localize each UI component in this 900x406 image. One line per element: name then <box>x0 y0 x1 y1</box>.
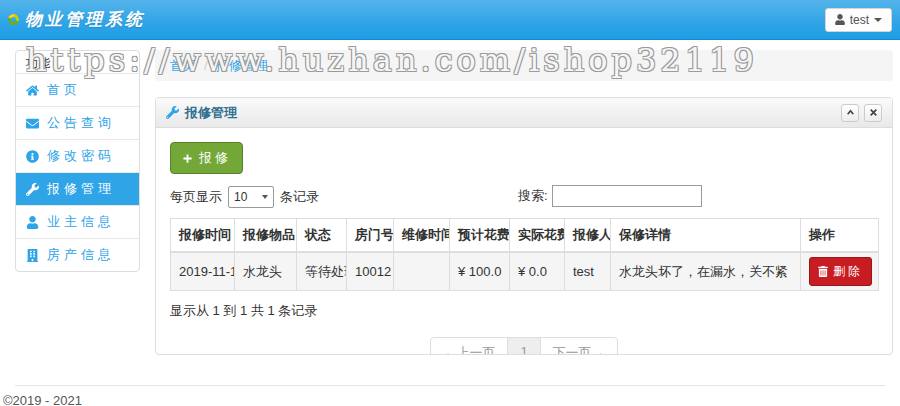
breadcrumb: 首页 / 报修管理 <box>155 50 893 81</box>
close-icon <box>869 108 878 117</box>
home-icon <box>26 84 39 97</box>
footer-divider <box>15 385 885 386</box>
select-caret-icon <box>262 195 268 199</box>
per-page-selected-value: 10 <box>234 190 247 204</box>
per-page-prefix-label: 每页显示 <box>170 188 222 206</box>
cell-estimated-cost: ¥ 100.0 <box>450 252 510 291</box>
user-icon <box>26 216 39 229</box>
sidebar-item-change-password[interactable]: 修改密码 <box>16 139 139 172</box>
collapse-button[interactable] <box>841 104 859 122</box>
per-page-select[interactable]: 10 <box>228 186 274 208</box>
breadcrumb-home-link[interactable]: 首页 <box>170 57 196 75</box>
sidebar-item-owners[interactable]: 业主信息 <box>16 205 139 238</box>
search-label: 搜索: <box>518 187 548 205</box>
records-summary: 显示从 1 到 1 共 1 条记录 <box>170 302 878 320</box>
table-header-row: 报修时间 报修物品 状态 房门号 维修时间 预计花费 实际花费 报修人 保修详情… <box>171 219 879 253</box>
user-name-label: test <box>850 13 869 27</box>
chevron-up-icon <box>846 108 855 117</box>
list-controls: 每页显示 10 条记录 搜索: <box>170 185 878 209</box>
pagination-wrap: ←上一页 1 下一页→ <box>170 337 878 355</box>
cell-actions: 删除 <box>801 252 879 291</box>
repairs-table: 报修时间 报修物品 状态 房门号 维修时间 预计花费 实际花费 报修人 保修详情… <box>170 218 879 291</box>
delete-button[interactable]: 删除 <box>809 257 872 286</box>
cell-repair-time: 2019-11-17 <box>171 252 235 291</box>
column-header: 维修时间 <box>394 219 450 253</box>
column-header: 实际花费 <box>510 219 565 253</box>
top-navbar: 物业管理系统 test <box>0 0 900 40</box>
prev-page-button[interactable]: ←上一页 <box>430 337 508 355</box>
sidebar-item-announcements[interactable]: 公告查询 <box>16 106 139 139</box>
sidebar-item-label: 公告查询 <box>47 114 115 132</box>
search-control: 搜索: <box>518 185 702 207</box>
building-icon <box>26 249 39 262</box>
brand-logo-icon <box>6 12 21 27</box>
cell-room: 10012 <box>347 252 394 291</box>
app-brand[interactable]: 物业管理系统 <box>8 8 145 31</box>
trash-icon <box>818 266 828 277</box>
user-icon <box>835 14 845 25</box>
column-header: 报修物品 <box>235 219 297 253</box>
column-header: 报修时间 <box>171 219 235 253</box>
next-page-button[interactable]: 下一页→ <box>540 337 618 355</box>
user-dropdown-button[interactable]: test <box>825 8 892 32</box>
sidebar-item-label: 修改密码 <box>47 147 115 165</box>
column-header: 报修人 <box>565 219 611 253</box>
cell-item: 水龙头 <box>235 252 297 291</box>
column-header: 保修详情 <box>611 219 801 253</box>
cell-reporter: test <box>565 252 611 291</box>
column-header: 操作 <box>801 219 879 253</box>
per-page-suffix-label: 条记录 <box>280 188 319 206</box>
column-header: 预计花费 <box>450 219 510 253</box>
sidebar-item-repairs[interactable]: 报修管理 <box>16 172 139 205</box>
delete-label: 删除 <box>833 263 863 280</box>
wrench-icon <box>166 106 179 119</box>
envelope-icon <box>26 117 39 130</box>
panel-body: 报修 每页显示 10 条记录 搜索: <box>156 128 892 355</box>
sidebar-item-label: 业主信息 <box>47 213 115 231</box>
add-repair-label: 报修 <box>199 149 231 167</box>
cell-status: 等待处理 <box>297 252 347 291</box>
panel-tools <box>841 104 882 122</box>
plus-icon <box>182 153 193 164</box>
copyright-text: ©2019 - 2021 <box>3 393 82 406</box>
app-title: 物业管理系统 <box>25 8 145 31</box>
repairs-panel: 报修管理 报修 每页显示 10 条记录 搜索: <box>155 97 893 355</box>
sidebar-menu: 功能 首页 公告查询 修改密码 报修管理 业主信息 房产信息 <box>15 50 140 272</box>
sidebar-header: 功能 <box>16 51 139 73</box>
cell-detail: 水龙头坏了，在漏水，关不紧 <box>611 252 801 291</box>
sidebar-item-label: 首页 <box>47 81 81 99</box>
page-number-button[interactable]: 1 <box>507 337 540 355</box>
panel-heading: 报修管理 <box>156 98 892 128</box>
search-input[interactable] <box>552 185 702 207</box>
table-row: 2019-11-17 水龙头 等待处理 10012 ¥ 100.0 ¥ 0.0 … <box>171 252 879 291</box>
column-header: 房门号 <box>347 219 394 253</box>
per-page-control: 每页显示 10 条记录 <box>170 186 319 208</box>
add-repair-button[interactable]: 报修 <box>170 142 243 174</box>
sidebar-item-home[interactable]: 首页 <box>16 73 139 106</box>
sidebar-item-properties[interactable]: 房产信息 <box>16 238 139 271</box>
info-icon <box>26 150 39 163</box>
wrench-icon <box>26 183 39 196</box>
column-header: 状态 <box>297 219 347 253</box>
sidebar-item-label: 房产信息 <box>47 246 115 264</box>
breadcrumb-current-link[interactable]: 报修管理 <box>216 57 268 75</box>
cell-actual-cost: ¥ 0.0 <box>510 252 565 291</box>
cell-fix-time <box>394 252 450 291</box>
close-button[interactable] <box>864 104 882 122</box>
pagination: ←上一页 1 下一页→ <box>430 337 617 355</box>
breadcrumb-separator: / <box>204 58 208 73</box>
panel-title: 报修管理 <box>185 104 237 122</box>
caret-down-icon <box>874 18 882 22</box>
sidebar-item-label: 报修管理 <box>47 180 115 198</box>
